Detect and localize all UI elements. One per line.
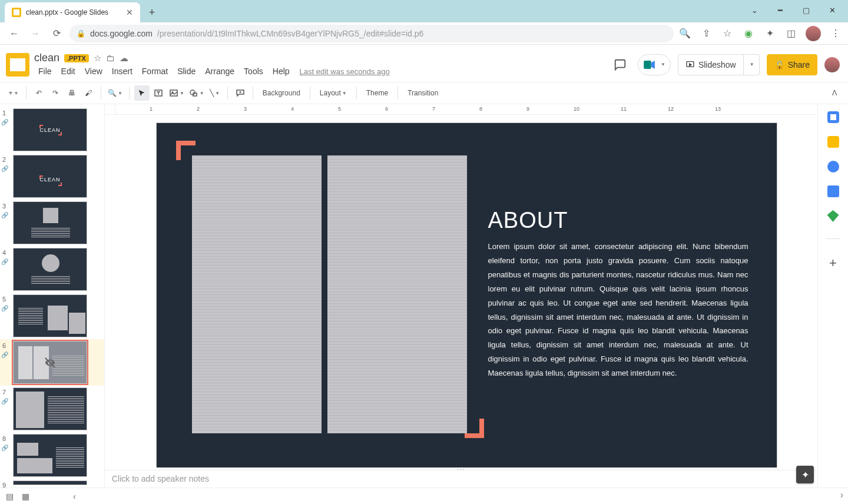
reload-button[interactable]: ⟳ — [48, 25, 65, 42]
collapse-filmstrip-button[interactable]: ‹ — [73, 492, 76, 501]
slide-number: 3 — [2, 203, 6, 210]
cloud-status-icon[interactable]: ☁ — [120, 53, 128, 64]
slides-logo[interactable] — [6, 53, 29, 77]
slide-number: 6 — [2, 342, 6, 349]
chevron-down-icon[interactable]: ⌄ — [747, 2, 762, 18]
slide-thumbnail-8[interactable] — [13, 434, 87, 477]
link-icon: 🔗 — [1, 352, 8, 358]
profile-avatar[interactable] — [806, 26, 821, 41]
shape-tool[interactable]: ▼ — [187, 85, 206, 101]
bottom-bar: ▤ ▦ ‹ — [0, 488, 848, 504]
keep-icon[interactable] — [827, 136, 839, 148]
menu-slide[interactable]: Slide — [173, 65, 200, 77]
url-input[interactable]: 🔒 docs.google.com/presentation/d/1t9lmIT… — [69, 25, 674, 42]
slide[interactable]: ABOUT Lorem ipsum dolor sit amet, consec… — [157, 123, 777, 467]
url-path: /presentation/d/1t9lmIThkwLCMn69svB4gerY… — [157, 29, 424, 38]
menu-insert[interactable]: Insert — [108, 65, 137, 77]
extension-icon[interactable]: ◉ — [742, 27, 755, 40]
tasks-icon[interactable] — [827, 161, 839, 173]
browser-tab[interactable]: clean.pptx - Google Slides ✕ — [5, 2, 140, 22]
slide-thumbnail-1[interactable]: CLEAN — [13, 108, 87, 151]
image-placeholder-left[interactable] — [192, 155, 322, 433]
comment-tool[interactable] — [233, 85, 248, 101]
print-button[interactable]: 🖶 — [64, 85, 80, 101]
meet-button[interactable]: ▼ — [638, 54, 671, 75]
menu-edit[interactable]: Edit — [57, 65, 80, 77]
side-panel-icon[interactable]: ◫ — [784, 27, 797, 40]
background-button[interactable]: Background — [258, 85, 305, 101]
slide-number: 9 — [2, 482, 6, 488]
slideshow-dropdown[interactable]: ▼ — [744, 54, 760, 75]
maximize-button[interactable]: ▢ — [799, 2, 814, 18]
back-button[interactable]: ← — [6, 25, 22, 42]
slide-canvas[interactable]: ABOUT Lorem ipsum dolor sit amet, consec… — [105, 115, 817, 467]
toolbar: +▼ ↶ ↷ 🖶 🖌 🔍▼ ▼ ▼ ╲▼ Background Layout▼ … — [0, 82, 848, 104]
link-icon: 🔗 — [1, 212, 8, 218]
last-edit-link[interactable]: Last edit was seconds ago — [300, 67, 390, 76]
theme-button[interactable]: Theme — [362, 85, 393, 101]
svg-point-5 — [190, 90, 195, 95]
transition-button[interactable]: Transition — [403, 85, 443, 101]
browser-address-bar: ← → ⟳ 🔒 docs.google.com/presentation/d/1… — [0, 22, 848, 45]
slide-thumbnail-3[interactable] — [13, 201, 87, 244]
star-icon[interactable]: ☆ — [94, 53, 101, 64]
menu-arrange[interactable]: Arrange — [201, 65, 238, 77]
new-slide-button[interactable]: +▼ — [6, 85, 21, 101]
slide-title[interactable]: ABOUT — [488, 208, 568, 233]
slide-thumbnail-2[interactable]: CLEAN — [13, 155, 87, 198]
comments-button[interactable] — [610, 54, 631, 75]
undo-button[interactable]: ↶ — [31, 85, 47, 101]
menu-tools[interactable]: Tools — [240, 65, 267, 77]
new-tab-button[interactable]: + — [144, 4, 160, 21]
image-placeholder-right[interactable] — [327, 155, 467, 433]
bookmark-icon[interactable]: ☆ — [721, 27, 734, 40]
close-tab-icon[interactable]: ✕ — [126, 8, 133, 17]
meet-dropdown-icon: ▼ — [661, 62, 665, 67]
app-header: clean .PPTX ☆ 🗀 ☁ File Edit View Insert … — [0, 45, 848, 82]
add-addon-button[interactable]: + — [829, 256, 837, 271]
layout-button[interactable]: Layout▼ — [315, 85, 352, 101]
zoom-button[interactable]: 🔍▼ — [106, 85, 124, 101]
lock-icon: 🔒 — [77, 29, 85, 38]
notes-splitter[interactable] — [105, 467, 817, 470]
slide-thumbnail-6[interactable] — [13, 341, 87, 384]
zoom-icon[interactable]: 🔍 — [678, 27, 691, 40]
contacts-icon[interactable] — [827, 185, 839, 197]
chrome-menu-icon[interactable]: ⋮ — [829, 27, 842, 40]
share-button[interactable]: 🔒 Share — [767, 54, 817, 75]
grid-view-icon[interactable]: ▦ — [22, 492, 29, 501]
account-avatar[interactable] — [824, 57, 840, 72]
slideshow-button[interactable]: Slideshow — [678, 54, 744, 75]
select-tool[interactable] — [134, 85, 150, 101]
slide-thumbnail-9[interactable] — [13, 480, 87, 485]
slide-thumbnail-4[interactable] — [13, 248, 87, 291]
forward-button[interactable]: → — [27, 25, 44, 42]
redo-button[interactable]: ↷ — [48, 85, 63, 101]
url-host: docs.google.com — [90, 29, 153, 38]
line-tool[interactable]: ╲▼ — [207, 85, 223, 101]
extensions-icon[interactable]: ✦ — [763, 27, 776, 40]
document-title[interactable]: clean — [34, 52, 59, 64]
calendar-icon[interactable] — [827, 111, 839, 123]
collapse-toolbar-button[interactable]: ᐱ — [827, 85, 842, 101]
hide-side-panel-button[interactable]: › — [840, 490, 843, 500]
image-tool[interactable]: ▼ — [167, 85, 186, 101]
menu-file[interactable]: File — [34, 65, 56, 77]
filmstrip[interactable]: 1🔗 CLEAN 2🔗 CLEAN 3🔗 — [0, 104, 105, 488]
maps-icon[interactable] — [827, 210, 839, 222]
explore-button[interactable]: ✦ — [796, 466, 814, 483]
share-page-icon[interactable]: ⇪ — [700, 27, 713, 40]
menu-view[interactable]: View — [81, 65, 107, 77]
slides-favicon — [12, 8, 21, 17]
minimize-button[interactable]: ━ — [773, 2, 788, 18]
move-icon[interactable]: 🗀 — [106, 53, 115, 63]
menu-help[interactable]: Help — [269, 65, 294, 77]
menu-format[interactable]: Format — [138, 65, 172, 77]
close-window-button[interactable]: ✕ — [824, 2, 840, 18]
textbox-tool[interactable] — [151, 85, 166, 101]
slide-thumbnail-5[interactable] — [13, 294, 87, 337]
slide-body-text[interactable]: Lorem ipsum dolor sit amet, consectetur … — [488, 240, 748, 380]
filmstrip-view-icon[interactable]: ▤ — [6, 492, 14, 501]
paint-format-button[interactable]: 🖌 — [81, 85, 96, 101]
slide-thumbnail-7[interactable] — [13, 387, 87, 430]
